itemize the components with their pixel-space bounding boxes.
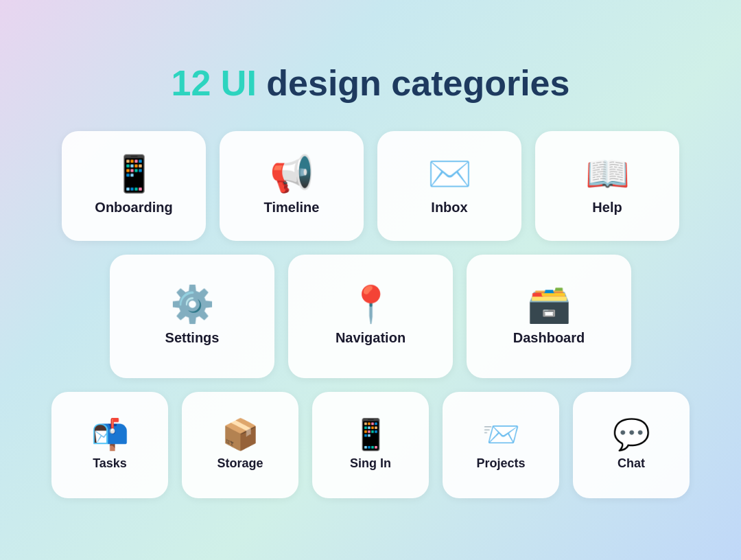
card-chat[interactable]: 💬 Chat — [573, 392, 690, 498]
help-label: Help — [592, 200, 622, 215]
card-storage[interactable]: 📦 Storage — [182, 392, 298, 498]
card-help[interactable]: 📖 Help — [535, 131, 679, 241]
dashboard-icon: 🗃️ — [527, 286, 572, 322]
projects-icon: 📨 — [482, 419, 520, 450]
navigation-label: Navigation — [336, 330, 405, 346]
tasks-label: Tasks — [93, 456, 127, 471]
onboarding-icon: 📱 — [112, 156, 156, 191]
card-projects[interactable]: 📨 Projects — [443, 392, 559, 498]
card-inbox[interactable]: ✉️ Inbox — [377, 131, 521, 241]
storage-label: Storage — [217, 456, 263, 471]
card-navigation[interactable]: 📍 Navigation — [288, 255, 453, 378]
page-title: 12 UI design categories — [172, 62, 570, 104]
title-number: 12 UI — [172, 63, 267, 103]
title-design-word: design — [266, 63, 391, 103]
timeline-icon: 📢 — [270, 156, 314, 191]
settings-label: Settings — [165, 330, 220, 346]
row-3: 📬 Tasks 📦 Storage 📱 Sing In 📨 Projects 💬… — [51, 392, 690, 498]
row-1: 📱 Onboarding 📢 Timeline ✉️ Inbox 📖 Help — [62, 131, 679, 241]
card-dashboard[interactable]: 🗃️ Dashboard — [467, 255, 631, 378]
chat-label: Chat — [618, 456, 645, 471]
inbox-label: Inbox — [431, 200, 467, 215]
card-sign-in[interactable]: 📱 Sing In — [312, 392, 429, 498]
card-settings[interactable]: ⚙️ Settings — [110, 255, 274, 378]
dashboard-label: Dashboard — [513, 330, 585, 346]
row-2: ⚙️ Settings 📍 Navigation 🗃️ Dashboard — [110, 255, 631, 378]
onboarding-label: Onboarding — [95, 200, 172, 215]
sign-in-label: Sing In — [350, 456, 391, 471]
help-icon: 📖 — [585, 156, 630, 191]
tasks-icon: 📬 — [91, 419, 129, 450]
navigation-icon: 📍 — [349, 286, 393, 322]
projects-label: Projects — [476, 456, 525, 471]
sign-in-icon: 📱 — [352, 419, 390, 450]
card-timeline[interactable]: 📢 Timeline — [220, 131, 364, 241]
chat-icon: 💬 — [613, 419, 650, 450]
storage-icon: 📦 — [222, 419, 259, 450]
title-categories-word: categories — [391, 63, 569, 103]
category-grid: 📱 Onboarding 📢 Timeline ✉️ Inbox 📖 Help … — [51, 131, 690, 498]
inbox-icon: ✉️ — [427, 156, 472, 191]
timeline-label: Timeline — [264, 200, 320, 215]
settings-icon: ⚙️ — [170, 286, 215, 322]
card-tasks[interactable]: 📬 Tasks — [51, 392, 168, 498]
card-onboarding[interactable]: 📱 Onboarding — [62, 131, 206, 241]
